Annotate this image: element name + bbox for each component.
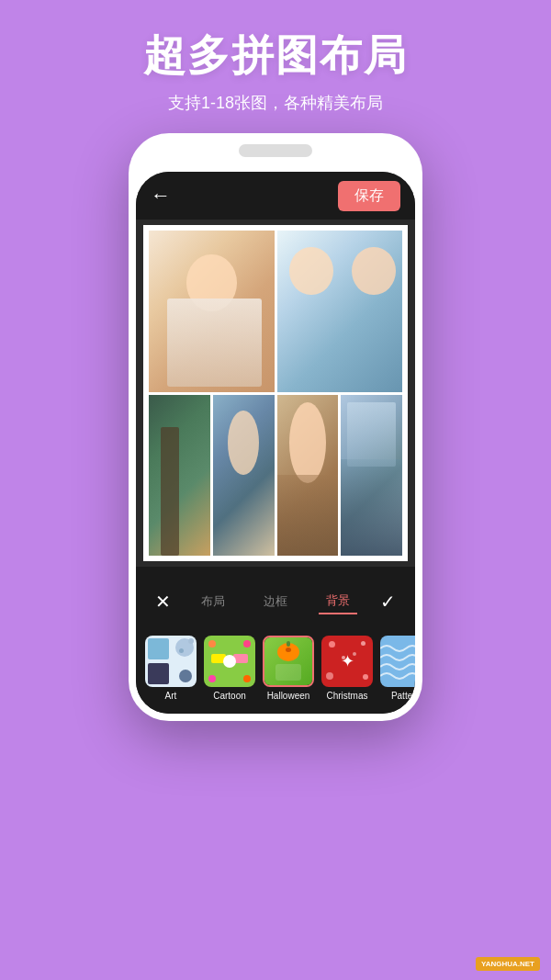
theme-label-art: Art	[165, 691, 177, 701]
phone-screen: ← 保存	[136, 172, 415, 714]
phone-body: ← 保存	[129, 133, 422, 721]
collage-row-2	[149, 395, 402, 557]
photo-cell-6[interactable]	[341, 395, 402, 557]
phone-mockup: ← 保存	[129, 133, 422, 721]
theme-thumb-pattern	[380, 636, 415, 687]
tab-background[interactable]: 背景	[319, 589, 357, 614]
tab-layout[interactable]: 布局	[194, 590, 232, 614]
collage-row-1	[149, 231, 402, 392]
theme-thumb-halloween	[263, 636, 314, 687]
theme-thumb-art	[145, 636, 197, 687]
watermark: YANGHUA.NET	[476, 957, 540, 971]
theme-thumb-cartoon	[204, 636, 255, 687]
close-icon[interactable]: ✕	[155, 591, 171, 613]
theme-item-halloween[interactable]: Halloween	[263, 636, 314, 701]
back-button[interactable]: ←	[151, 184, 171, 208]
header-title: 超多拼图布局	[0, 28, 551, 84]
photo-cell-1[interactable]	[149, 231, 275, 392]
photo-frame	[143, 225, 408, 561]
header-subtitle: 支持1-18张图，各种精美布局	[0, 92, 551, 114]
tab-frame[interactable]: 边框	[256, 590, 295, 614]
theme-thumb-christmas: ✦	[321, 636, 373, 687]
photo-cell-2[interactable]	[277, 231, 403, 392]
photo-cell-4[interactable]	[213, 395, 275, 557]
theme-item-pattern[interactable]: Pattern	[380, 636, 415, 701]
collage-container	[136, 220, 415, 567]
photo-cell-3[interactable]	[149, 395, 210, 557]
theme-label-christmas: Christmas	[326, 691, 367, 701]
photo-cell-5[interactable]	[277, 395, 339, 557]
screen-topbar: ← 保存	[136, 172, 415, 220]
bottom-toolbar: ✕ 布局 边框 背景 ✓	[136, 581, 415, 622]
confirm-icon[interactable]: ✓	[380, 591, 396, 613]
theme-selector: Art Carto	[136, 622, 415, 714]
theme-label-pattern: Pattern	[391, 691, 415, 701]
save-button[interactable]: 保存	[338, 181, 400, 211]
theme-item-art[interactable]: Art	[145, 636, 197, 701]
theme-item-christmas[interactable]: ✦ Christmas	[321, 636, 373, 701]
phone-notch	[239, 144, 312, 157]
theme-label-halloween: Halloween	[267, 691, 310, 701]
theme-item-cartoon[interactable]: Cartoon	[204, 636, 255, 701]
header-area: 超多拼图布局 支持1-18张图，各种精美布局	[0, 28, 551, 114]
theme-label-cartoon: Cartoon	[213, 691, 246, 701]
